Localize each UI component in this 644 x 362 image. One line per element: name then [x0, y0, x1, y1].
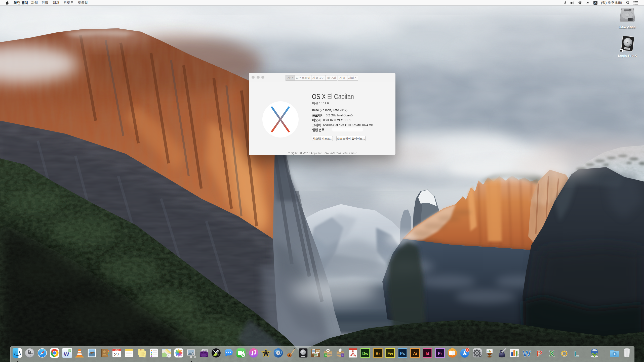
- svg-text:Ai: Ai: [413, 351, 417, 356]
- svg-text:3D: 3D: [168, 355, 170, 356]
- svg-text:O: O: [561, 349, 568, 358]
- svg-text:L: L: [574, 350, 579, 358]
- svg-text:W: W: [523, 349, 531, 358]
- svg-text:Br: Br: [376, 351, 380, 356]
- svg-text:Fw: Fw: [387, 351, 393, 356]
- svg-text:G: G: [342, 354, 344, 356]
- svg-text:1: 1: [467, 349, 468, 351]
- svg-text:Dw: Dw: [362, 351, 369, 356]
- svg-text:P: P: [537, 349, 542, 358]
- svg-text:X: X: [549, 349, 555, 358]
- svg-text:Ps: Ps: [400, 351, 405, 356]
- svg-text:27: 27: [114, 352, 119, 357]
- svg-text:Id: Id: [426, 351, 429, 356]
- svg-text:G: G: [325, 354, 327, 356]
- svg-text:12월: 12월: [115, 349, 119, 351]
- svg-text:Pr: Pr: [438, 351, 442, 356]
